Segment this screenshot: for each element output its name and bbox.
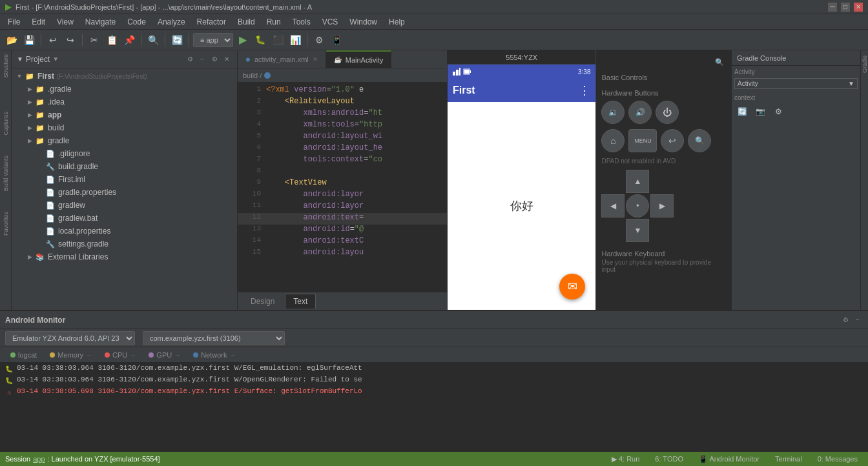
project-type-dropdown[interactable]: ▼	[52, 56, 59, 63]
tree-item-gradle-hidden[interactable]: ▶ 📁 .gradle	[12, 83, 237, 96]
log-area[interactable]: 🐛 03-14 03:38:03.964 3106-3120/com.examp…	[0, 363, 868, 452]
monitor-tab-memory[interactable]: Memory →	[45, 350, 97, 360]
project-close-btn[interactable]: ✕	[222, 54, 232, 65]
sidebar-captures-label[interactable]: Captures	[3, 109, 9, 138]
activity-selector[interactable]: Activity ▼	[734, 78, 858, 89]
tree-item-external-libraries[interactable]: ▶ 📚 External Libraries	[12, 250, 237, 263]
close-button[interactable]: ✕	[854, 3, 863, 12]
toolbar-find[interactable]: 🔍	[145, 32, 161, 48]
menu-navigate[interactable]: Navigate	[80, 16, 121, 28]
bottom-tab-terminal[interactable]: Terminal	[770, 454, 807, 464]
tree-item-gradlew-bat[interactable]: 📄 gradlew.bat	[12, 212, 237, 225]
toolbar-undo[interactable]: ↩	[45, 32, 61, 48]
tab-main-activity[interactable]: ☕ MainActivity	[326, 50, 392, 68]
search-ctrl-btn[interactable]: 🔍	[688, 129, 711, 152]
toolbar-open-file[interactable]: 📂	[4, 32, 19, 48]
menu-tools[interactable]: Tools	[287, 16, 316, 28]
volume-up-btn[interactable]: 🔊	[628, 101, 652, 124]
package-selector[interactable]: com.example.yzx.first (3106)	[143, 331, 285, 345]
dpad-down-btn[interactable]: ▼	[626, 219, 649, 242]
sidebar-buildvariants-label[interactable]: Build Variants	[3, 153, 9, 194]
gc-refresh-btn[interactable]: 🔄	[734, 104, 750, 119]
menu-code[interactable]: Code	[122, 16, 151, 28]
tree-item-gradle[interactable]: ▶ 📁 gradle	[12, 134, 237, 147]
menu-help[interactable]: Help	[384, 16, 410, 28]
toolbar-paste[interactable]: 📌	[121, 32, 137, 48]
menu-btn[interactable]: MENU	[628, 129, 657, 152]
menu-file[interactable]: File	[3, 16, 25, 28]
menu-build[interactable]: Build	[232, 16, 260, 28]
gc-screenshot-btn[interactable]: 📷	[752, 104, 768, 119]
monitor-tab-gpu[interactable]: GPU →	[143, 350, 185, 360]
toolbar-coverage[interactable]: 📊	[287, 32, 303, 48]
device-selector[interactable]: Emulator YZX Android 6.0, API 23	[5, 331, 135, 345]
status-app-link[interactable]: app	[33, 455, 45, 463]
toolbar-sdk-manager[interactable]: ⚙	[311, 32, 327, 48]
tree-item-build-gradle[interactable]: 🔧 build.gradle	[12, 160, 237, 173]
sidebar-structure-label[interactable]: Structure	[3, 52, 9, 81]
tree-item-gradle-props[interactable]: 📄 gradle.properties	[12, 186, 237, 199]
tab-design[interactable]: Design	[243, 294, 282, 309]
tree-item-app[interactable]: ▶ 📁 app	[12, 108, 237, 121]
menu-window[interactable]: Window	[344, 16, 382, 28]
home-btn[interactable]: ⌂	[601, 129, 625, 152]
right-tab-gradle[interactable]: Gradle	[862, 53, 868, 76]
tree-item-first-iml[interactable]: 📄 First.iml	[12, 173, 237, 186]
project-sync-btn[interactable]: ⚙	[185, 54, 195, 65]
monitor-tab-network[interactable]: Network →	[188, 350, 240, 360]
menu-analyze[interactable]: Analyze	[152, 16, 191, 28]
project-dropdown-icon[interactable]: ▼	[17, 56, 23, 63]
toolbar-redo[interactable]: ↪	[63, 32, 78, 48]
bottom-tab-messages[interactable]: 0: Messages	[812, 454, 863, 464]
monitor-tab-cpu[interactable]: CPU →	[99, 350, 141, 360]
tree-item-gradlew[interactable]: 📄 gradlew	[12, 199, 237, 212]
debug-button[interactable]: 🐛	[253, 32, 268, 48]
minimize-button[interactable]: ─	[828, 3, 837, 12]
toolbar-copy[interactable]: 📋	[104, 32, 119, 48]
emulator-search-btn[interactable]: 🔍	[713, 56, 726, 68]
dpad-up-btn[interactable]: ▲	[626, 170, 649, 193]
power-btn[interactable]: ⏻	[656, 101, 679, 124]
menu-view[interactable]: View	[52, 16, 79, 28]
app-config-selector[interactable]: ≡ app	[193, 33, 233, 47]
menu-edit[interactable]: Edit	[26, 16, 50, 28]
bottom-tab-todo[interactable]: 6: TODO	[650, 454, 688, 464]
monitor-tab-logcat[interactable]: logcat	[5, 350, 42, 360]
tree-item-gitignore[interactable]: 📄 .gitignore	[12, 147, 237, 160]
sidebar-favorites-label[interactable]: Favorites	[3, 209, 9, 238]
toolbar-sync[interactable]: 🔄	[169, 32, 185, 48]
monitor-settings-btn[interactable]: ⚙	[840, 315, 851, 325]
code-editor[interactable]: 1 <?xml version="1.0" e 2 <RelativeLayou…	[238, 83, 447, 292]
tree-item-build[interactable]: ▶ 📁 build	[12, 121, 237, 134]
dpad-left-btn[interactable]: ◀	[601, 194, 625, 218]
tree-item-idea[interactable]: ▶ 📁 .idea	[12, 96, 237, 108]
bottom-tab-monitor[interactable]: 📱 Android Monitor	[694, 454, 765, 465]
gc-settings-btn[interactable]: ⚙	[770, 104, 786, 119]
menu-run[interactable]: Run	[262, 16, 286, 28]
toolbar-avd-manager[interactable]: 📱	[329, 32, 344, 48]
dpad-center-btn[interactable]: •	[626, 194, 649, 218]
tree-item-settings-gradle[interactable]: 🔧 settings.gradle	[12, 238, 237, 250]
tab-close-xml[interactable]: ✕	[313, 56, 318, 63]
volume-down-btn[interactable]: 🔉	[601, 101, 625, 124]
monitor-close-btn[interactable]: −	[852, 315, 863, 325]
toolbar-save[interactable]: 💾	[21, 32, 37, 48]
phone-screen: 3:38 First ⋮ 你好	[448, 65, 595, 310]
tab-activity-main-xml[interactable]: ◆ activity_main.xml ✕	[238, 50, 326, 68]
tab-text[interactable]: Text	[285, 294, 316, 309]
menu-vcs[interactable]: VCS	[317, 16, 344, 28]
toolbar-cut[interactable]: ✂	[87, 32, 102, 48]
menu-refactor[interactable]: Refactor	[192, 16, 231, 28]
back-btn[interactable]: ↩	[661, 129, 684, 152]
dpad-right-btn[interactable]: ▶	[650, 194, 674, 218]
stop-button[interactable]: ⬛	[270, 32, 285, 48]
emulator-frame[interactable]: 3:38 First ⋮ 你好	[448, 65, 595, 310]
project-collapse-btn[interactable]: −	[197, 54, 207, 65]
tree-root-first[interactable]: ▼ 📁 First (F:\AndroidStudioProjects\Firs…	[12, 70, 237, 83]
project-settings-btn[interactable]: ⚙	[209, 54, 220, 65]
tree-item-local-props[interactable]: 📄 local.properties	[12, 225, 237, 238]
maximize-button[interactable]: □	[841, 3, 850, 12]
bottom-tab-run[interactable]: ▶ 4: Run	[606, 454, 645, 465]
phone-overflow-icon[interactable]: ⋮	[579, 83, 590, 97]
run-button[interactable]: ▶	[235, 32, 251, 48]
